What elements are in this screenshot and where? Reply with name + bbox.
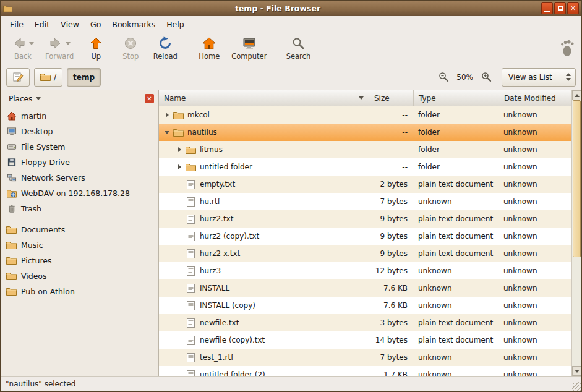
- toolbar: BackForwardUpStopReloadHomeComputerSearc…: [1, 32, 581, 64]
- places-selector[interactable]: Places: [5, 93, 45, 104]
- computer-button[interactable]: Computer: [226, 33, 272, 63]
- sidebar-item-documents[interactable]: Documents: [1, 222, 158, 237]
- path-button-root[interactable]: /: [34, 68, 62, 87]
- sidebar-item-trash[interactable]: Trash: [1, 201, 158, 216]
- search-button[interactable]: Search: [281, 33, 315, 63]
- expander-expanded-icon[interactable]: [162, 131, 172, 134]
- file-type: folder: [414, 145, 499, 154]
- dropdown-arrow-icon[interactable]: [66, 42, 71, 45]
- file-row-hu-rtf[interactable]: hu.rtf7 bytesunknownunknown: [159, 193, 571, 210]
- scrollbar-thumb[interactable]: [573, 100, 581, 257]
- sidebar-item-desktop[interactable]: Desktop: [1, 124, 158, 139]
- file-row-hurz3[interactable]: hurz312 bytesunknownunknown: [159, 262, 571, 279]
- sidebar-close-button[interactable]: ✕: [145, 94, 154, 103]
- combo-arrows-icon: [566, 73, 571, 81]
- minimize-button[interactable]: [541, 2, 553, 14]
- scroll-up-button[interactable]: [572, 90, 581, 100]
- sort-indicator-icon: [359, 96, 364, 100]
- titlebar[interactable]: temp - File Browser ✕: [1, 1, 581, 16]
- resize-grip[interactable]: [572, 382, 581, 391]
- text-file-icon: [184, 370, 197, 377]
- column-header-label: Name: [164, 94, 186, 103]
- text-file-icon: [184, 232, 197, 241]
- toggle-location-entry-button[interactable]: [6, 68, 30, 87]
- file-date-modified: unknown: [499, 197, 571, 206]
- file-row-test-1-rtf[interactable]: test_1.rtf7 bytesunknownunknown: [159, 349, 571, 366]
- view-mode-label: View as List: [508, 73, 552, 82]
- reload-button[interactable]: Reload: [148, 33, 182, 63]
- sidebar-item-martin[interactable]: martin: [1, 108, 158, 124]
- file-row-untitled-folder[interactable]: untitled folder--folderunknown: [159, 158, 571, 176]
- folder-icon: [6, 272, 17, 280]
- vertical-scrollbar[interactable]: [571, 90, 581, 376]
- folder-icon: [6, 257, 17, 265]
- file-size: --: [369, 111, 414, 119]
- file-name: hurz2 x.txt: [200, 249, 240, 258]
- file-row-install-copy-[interactable]: INSTALL (copy)7.6 KBunknownunknown: [159, 297, 571, 314]
- folder-icon: [184, 146, 197, 154]
- view-mode-selector[interactable]: View as List: [502, 68, 576, 87]
- places-separator: [2, 219, 157, 219]
- sidebar-item-videos[interactable]: Videos: [1, 268, 158, 284]
- text-file-icon: [184, 180, 197, 189]
- places-title: Places: [9, 95, 32, 103]
- column-header-name[interactable]: Name: [159, 90, 369, 106]
- arrow-down-icon: [575, 370, 580, 373]
- sidebar-item-floppy-drive[interactable]: Floppy Drive: [1, 155, 158, 170]
- file-row-mkcol[interactable]: mkcol--folderunknown: [159, 106, 571, 124]
- back-button[interactable]: Back: [6, 33, 40, 63]
- maximize-button[interactable]: [554, 2, 566, 14]
- dropdown-arrow-icon[interactable]: [29, 42, 34, 45]
- sidebar-item-label: Documents: [21, 225, 65, 234]
- file-date-modified: unknown: [499, 163, 571, 171]
- menu-edit[interactable]: Edit: [29, 16, 55, 32]
- menu-bookmarks[interactable]: Bookmarks: [106, 16, 161, 32]
- menu-view[interactable]: View: [55, 16, 85, 32]
- column-header-type[interactable]: Type: [414, 90, 499, 106]
- up-button[interactable]: Up: [79, 33, 113, 63]
- sidebar-item-network-servers[interactable]: Network Servers: [1, 170, 158, 185]
- file-date-modified: unknown: [499, 111, 571, 119]
- expander-collapsed-icon[interactable]: [174, 147, 184, 152]
- column-header-date-modified[interactable]: Date Modified: [499, 90, 571, 106]
- file-row-newfile-txt[interactable]: newfile.txt3 bytesplain text documentunk…: [159, 314, 571, 331]
- column-header-size[interactable]: Size: [369, 90, 414, 106]
- sidebar-item-file-system[interactable]: File System: [1, 139, 158, 155]
- menubar: FileEditViewGoBookmarksHelp: [1, 16, 581, 32]
- toolbar-separator: [276, 36, 276, 61]
- menu-file[interactable]: File: [4, 16, 29, 32]
- menu-go[interactable]: Go: [85, 16, 106, 32]
- expander-collapsed-icon[interactable]: [174, 164, 184, 169]
- file-size: 9 bytes: [369, 249, 414, 258]
- file-date-modified: unknown: [499, 318, 571, 327]
- file-row-empty-txt[interactable]: empty.txt2 bytesplain text documentunkno…: [159, 176, 571, 193]
- sidebar-item-pub-on-athlon[interactable]: Pub on Athlon: [1, 284, 158, 299]
- computer-icon: [242, 36, 256, 50]
- sidebar-item-music[interactable]: Music: [1, 237, 158, 253]
- zoom-in-button[interactable]: [480, 71, 492, 83]
- sidebar-item-label: Videos: [21, 271, 47, 281]
- path-button-current[interactable]: temp: [67, 68, 101, 87]
- toolbar-button-label: Search: [286, 52, 311, 61]
- file-row-hurz2-txt[interactable]: hurz2.txt9 bytesplain text documentunkno…: [159, 210, 571, 228]
- text-file-icon: [184, 301, 197, 310]
- file-row-untitled-folder-2-[interactable]: untitled folder (2)1.7 KBunknownunknown: [159, 366, 571, 376]
- stop-button[interactable]: Stop: [113, 33, 148, 63]
- expander-collapsed-icon[interactable]: [162, 113, 172, 117]
- close-button[interactable]: ✕: [567, 2, 579, 14]
- file-row-hurz2-copy-txt[interactable]: hurz2 (copy).txt9 bytesplain text docume…: [159, 228, 571, 245]
- file-row-nautilus[interactable]: nautilus--folderunknown: [159, 124, 571, 141]
- file-row-newfile-copy-txt[interactable]: newfile (copy).txt14 bytesplain text doc…: [159, 331, 571, 349]
- zoom-out-button[interactable]: [437, 71, 450, 83]
- sidebar-item-pictures[interactable]: Pictures: [1, 253, 158, 268]
- menu-help[interactable]: Help: [161, 16, 190, 32]
- file-row-hurz2-x-txt[interactable]: hurz2 x.txt9 bytesplain text documentunk…: [159, 245, 571, 262]
- text-file-icon: [184, 266, 197, 276]
- file-row-litmus[interactable]: litmus--folderunknown: [159, 141, 571, 158]
- file-row-install[interactable]: INSTALL7.6 KBunknownunknown: [159, 279, 571, 297]
- home-button[interactable]: Home: [192, 33, 226, 63]
- sidebar-item-webdav-on-192-168-178-28[interactable]: WebDAV on 192.168.178.28: [1, 185, 158, 201]
- location-bar: / temp 50% View as List: [1, 64, 581, 90]
- scroll-down-button[interactable]: [572, 366, 581, 376]
- forward-button[interactable]: Forward: [40, 33, 79, 63]
